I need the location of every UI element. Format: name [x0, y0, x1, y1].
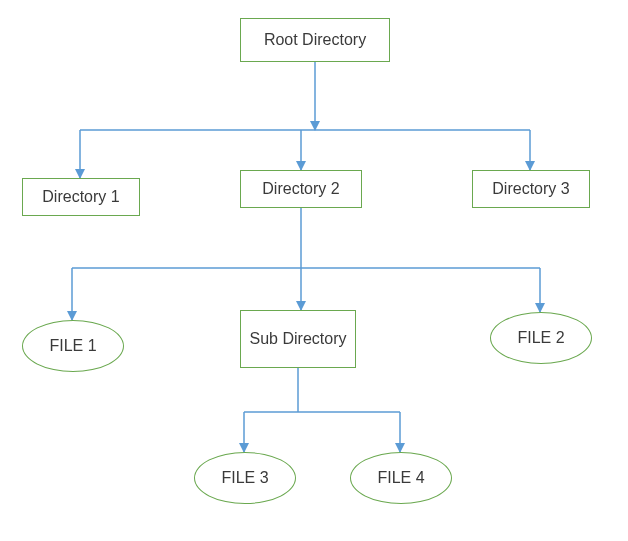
- node-label: FILE 2: [517, 329, 564, 347]
- edge-dir2-children: [72, 208, 540, 320]
- node-file-2: FILE 2: [490, 312, 592, 364]
- node-root-directory: Root Directory: [240, 18, 390, 62]
- node-label: FILE 3: [221, 469, 268, 487]
- node-file-1: FILE 1: [22, 320, 124, 372]
- node-file-4: FILE 4: [350, 452, 452, 504]
- node-file-3: FILE 3: [194, 452, 296, 504]
- node-directory-3: Directory 3: [472, 170, 590, 208]
- node-directory-1: Directory 1: [22, 178, 140, 216]
- node-label: Root Directory: [264, 30, 366, 49]
- node-label: FILE 1: [49, 337, 96, 355]
- edge-root-children: [80, 62, 530, 178]
- node-sub-directory: Sub Directory: [240, 310, 356, 368]
- edge-subdir-children: [244, 368, 400, 452]
- node-label: Sub Directory: [250, 329, 347, 348]
- node-label: Directory 2: [262, 179, 339, 198]
- connector-layer: [0, 0, 628, 541]
- node-label: Directory 3: [492, 179, 569, 198]
- node-label: FILE 4: [377, 469, 424, 487]
- node-label: Directory 1: [42, 187, 119, 206]
- node-directory-2: Directory 2: [240, 170, 362, 208]
